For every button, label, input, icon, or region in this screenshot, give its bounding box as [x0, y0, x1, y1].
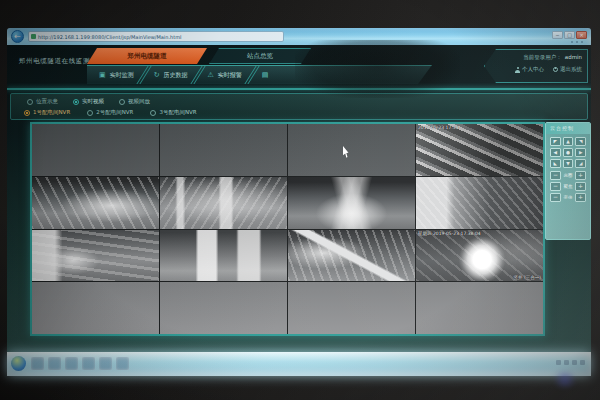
ptz-focus-row: − 聚焦 + — [550, 182, 586, 191]
report-icon: ▤ — [262, 72, 269, 79]
system-tray[interactable] — [556, 360, 585, 365]
ptz-up-right-button[interactable]: ◥ — [575, 137, 586, 146]
radio-label: 实时视频 — [82, 98, 104, 105]
filter-panel: 位置示意 实时视频 视频回放 1号配电间NVR 2号配电间N — [10, 93, 588, 120]
camera-tile[interactable] — [160, 230, 287, 282]
taskbar-app-icon — [99, 357, 112, 370]
camera-tile[interactable] — [288, 177, 415, 229]
monitor-photo: ← http://192.168.1.199:8080/Client/jsp/M… — [0, 0, 600, 400]
radio-dot-selected — [73, 99, 79, 105]
menu-item-realtime-monitor[interactable]: ▣ 实时监测 — [95, 71, 138, 80]
taskbar-app-icon — [65, 357, 78, 370]
focus-minus-button[interactable]: − — [550, 182, 561, 191]
focus-label: 聚焦 — [564, 184, 573, 189]
radio-label: 视频回放 — [128, 98, 150, 105]
view-mode-radios: 位置示意 实时视频 视频回放 — [27, 98, 150, 105]
ptz-down-button[interactable]: ▼ — [563, 159, 574, 168]
start-button[interactable] — [11, 356, 26, 371]
personal-center-link[interactable]: 个人中心 — [515, 66, 544, 73]
camera-tile[interactable] — [288, 230, 415, 282]
camera-osd-label: 竖井 (三合一) — [514, 275, 541, 280]
url-text: http://192.168.1.199:8080/Client/jsp/Mai… — [38, 34, 181, 40]
zoom-plus-button[interactable]: + — [575, 193, 586, 202]
tab-site-overview[interactable]: 站点总览 — [209, 48, 311, 64]
nvr-radios: 1号配电间NVR 2号配电间NVR 3号配电间NVR — [24, 109, 197, 116]
ptz-zoom-row: − 变倍 + — [550, 193, 586, 202]
camera-tile[interactable] — [160, 177, 287, 229]
browser-back-button[interactable]: ← — [11, 30, 24, 43]
monitor-icon: ▣ — [99, 72, 106, 79]
empty-channel-tile — [160, 124, 287, 176]
iris-minus-button[interactable]: − — [550, 171, 561, 180]
menu-item-history-data[interactable]: ↻ 历史数据 — [150, 71, 192, 80]
empty-channel-tile — [32, 282, 159, 334]
radio-realtime-video[interactable]: 实时视频 — [73, 98, 104, 105]
video-wall: 2019-05-23 17:38 星期四 2019-05-23 17:38:04… — [30, 122, 545, 336]
maximize-button[interactable]: □ — [564, 31, 575, 39]
camera-tile[interactable]: 星期四 2019-05-23 17:38:04 竖井 (三合一) — [416, 230, 543, 282]
empty-channel-tile — [416, 282, 543, 334]
radio-location-view[interactable]: 位置示意 — [27, 98, 58, 105]
window-controls: ─ □ ✕ — [552, 31, 587, 39]
camera-grid: 2019-05-23 17:38 星期四 2019-05-23 17:38:04… — [32, 124, 543, 334]
empty-channel-tile — [160, 282, 287, 334]
login-user-label: 当前登录用户： — [523, 54, 562, 61]
taskbar-icons[interactable] — [31, 357, 129, 370]
menu-item-realtime-alarm[interactable]: ⚠ 实时报警 — [204, 71, 246, 80]
page-title: 郑州电缆隧道在线监测 — [19, 57, 90, 66]
focus-plus-button[interactable]: + — [575, 182, 586, 191]
ptz-direction-pad: ◤ ▲ ◥ ◀ ● ▶ ◣ ▼ ◢ — [550, 137, 586, 168]
radio-label: 3号配电间NVR — [159, 109, 196, 116]
radio-dot — [87, 110, 93, 116]
browser-toolbar-icons[interactable] — [571, 41, 583, 43]
radio-dot — [119, 99, 125, 105]
windows-taskbar — [7, 352, 591, 376]
iris-plus-button[interactable]: + — [575, 171, 586, 180]
ptz-down-right-button[interactable]: ◢ — [575, 159, 586, 168]
power-icon — [553, 67, 558, 72]
ptz-iris-row: − 光圈 + — [550, 171, 586, 180]
address-bar[interactable]: http://192.168.1.199:8080/Client/jsp/Mai… — [28, 31, 284, 42]
taskbar-app-icon — [116, 357, 129, 370]
site-favicon-icon — [31, 34, 36, 39]
zoom-minus-button[interactable]: − — [550, 193, 561, 202]
taskbar-app-icon — [82, 357, 95, 370]
minimize-button[interactable]: ─ — [552, 31, 563, 39]
logout-link[interactable]: 退出系统 — [553, 66, 582, 73]
taskbar-app-icon — [48, 357, 61, 370]
ptz-control-panel: 云台控制 ◤ ▲ ◥ ◀ ● ▶ ◣ ▼ ◢ − 光圈 + − 聚焦 + — [545, 122, 591, 240]
radio-nvr-1[interactable]: 1号配电间NVR — [24, 109, 70, 116]
menu-divider — [142, 65, 146, 84]
ptz-left-button[interactable]: ◀ — [550, 148, 561, 157]
radio-dot — [150, 110, 156, 116]
menu-bar: ▣ 实时监测 ↻ 历史数据 ⚠ 实时报警 ▤ — [87, 65, 432, 84]
radio-nvr-2[interactable]: 2号配电间NVR — [87, 109, 133, 116]
ptz-right-button[interactable]: ▶ — [575, 148, 586, 157]
close-button[interactable]: ✕ — [576, 31, 587, 39]
tab-tunnel[interactable]: 郑州电缆隧道 — [87, 48, 207, 64]
ptz-up-button[interactable]: ▲ — [563, 137, 574, 146]
menu-divider — [250, 65, 254, 84]
menu-label: 实时报警 — [218, 71, 242, 80]
camera-tile[interactable]: 2019-05-23 17:38 — [416, 124, 543, 176]
ptz-down-left-button[interactable]: ◣ — [550, 159, 561, 168]
zoom-label: 变倍 — [564, 195, 573, 200]
empty-channel-tile — [32, 124, 159, 176]
radio-dot-selected — [24, 110, 30, 116]
radio-video-playback[interactable]: 视频回放 — [119, 98, 150, 105]
camera-tile[interactable] — [416, 177, 543, 229]
camera-osd-timestamp: 2019-05-23 17:38 — [418, 125, 459, 130]
alarm-icon: ⚠ — [208, 72, 214, 79]
camera-tile[interactable] — [32, 177, 159, 229]
menu-item-fourth[interactable]: ▤ — [258, 72, 277, 79]
browser-title-bar: ← http://192.168.1.199:8080/Client/jsp/M… — [7, 28, 591, 45]
photo-light-artifact — [551, 371, 579, 388]
menu-divider — [196, 65, 200, 84]
radio-label: 位置示意 — [36, 98, 58, 105]
radio-nvr-3[interactable]: 3号配电间NVR — [150, 109, 196, 116]
app-window: 郑州电缆隧道在线监测 郑州电缆隧道 站点总览 ▣ 实时监测 ↻ 历史数据 ⚠ 实… — [7, 45, 591, 352]
ptz-up-left-button[interactable]: ◤ — [550, 137, 561, 146]
camera-tile[interactable] — [32, 230, 159, 282]
empty-channel-tile — [288, 124, 415, 176]
ptz-center-button[interactable]: ● — [563, 148, 574, 157]
